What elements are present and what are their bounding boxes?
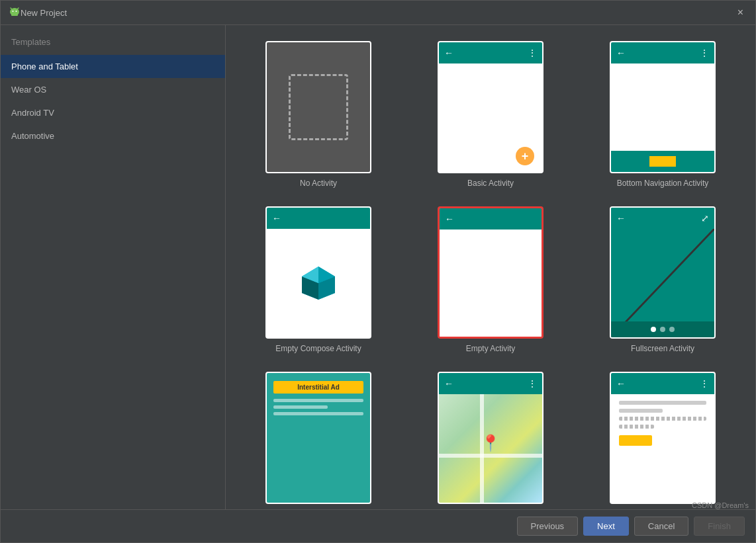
dashed-placeholder — [289, 74, 348, 140]
template-settings[interactable]: ← ⋮ Settings Activit — [583, 369, 742, 509]
no-activity-preview — [265, 41, 371, 173]
template-google-maps[interactable]: ← ⋮ 📍 Google M — [411, 369, 570, 509]
fullscreen-expand-icon: ⤢ — [701, 213, 709, 224]
settings-line — [619, 401, 706, 405]
settings-dots-line — [619, 425, 654, 429]
compose-back-icon: ← — [272, 213, 281, 224]
template-no-activity[interactable]: No Activity — [239, 38, 398, 190]
new-project-dialog: New Project × Templates Phone and Tablet… — [0, 0, 756, 543]
interstitial-ad-preview: Interstitial Ad — [265, 372, 371, 504]
title-bar: New Project × — [1, 1, 755, 25]
fullscreen-preview: ← ⤢ — [610, 206, 716, 339]
previous-button[interactable]: Previous — [517, 517, 579, 536]
dialog-footer: Previous Next Cancel Finish — [1, 509, 755, 542]
google-maps-preview: ← ⋮ 📍 — [438, 372, 543, 504]
template-empty-activity[interactable]: ← Empty Activity — [411, 204, 570, 356]
svg-point-2 — [13, 11, 14, 12]
bottom-nav-label: Bottom Navigation Activity — [617, 179, 709, 188]
dot-indicator — [660, 327, 665, 332]
back-arrow-icon2: ← — [616, 48, 626, 58]
settings-line — [619, 409, 663, 413]
interstitial-line — [273, 399, 363, 402]
back-arrow-icon4: ← — [444, 378, 453, 389]
fullscreen-back-icon: ← — [616, 213, 626, 224]
basic-activity-label: Basic Activity — [467, 179, 514, 188]
templates-grid-area: No Activity ← ⋮ + — [226, 25, 755, 509]
empty-compose-label: Empty Compose Activity — [275, 344, 361, 353]
bottom-nav-preview: ← ⋮ — [610, 41, 716, 173]
sidebar-header: Templates — [1, 32, 225, 55]
sidebar-item-automotive[interactable]: Automotive — [1, 124, 225, 147]
svg-line-4 — [11, 8, 12, 9]
compose-logo-icon — [299, 263, 338, 303]
template-interstitial-ad[interactable]: Interstitial Ad Interstitial Ad — [239, 369, 398, 509]
close-button[interactable]: × — [733, 6, 747, 19]
back-arrow-icon: ← — [444, 48, 453, 58]
settings-yellow-button — [619, 435, 652, 446]
finish-button: Finish — [694, 517, 745, 536]
sidebar-item-phone-tablet[interactable]: Phone and Tablet — [1, 55, 225, 78]
template-basic-activity[interactable]: ← ⋮ + Basic Activity — [411, 38, 570, 190]
basic-activity-preview: ← ⋮ + — [438, 41, 543, 173]
cancel-button[interactable]: Cancel — [634, 517, 688, 536]
template-fullscreen[interactable]: ← ⤢ — [583, 204, 742, 356]
sidebar: Templates Phone and Tablet Wear OS Andro… — [1, 25, 226, 509]
back-arrow-icon3: ← — [445, 214, 454, 224]
menu-dots-icon2: ⋮ — [700, 48, 709, 58]
empty-compose-preview: ← — [265, 206, 371, 339]
sidebar-item-android-tv[interactable]: Android TV — [1, 101, 225, 124]
svg-point-3 — [16, 11, 17, 12]
menu-dots-icon: ⋮ — [528, 48, 537, 58]
settings-preview: ← ⋮ — [610, 372, 716, 504]
empty-activity-label: Empty Activity — [466, 344, 516, 353]
fab-icon: + — [516, 147, 534, 165]
dot-indicator — [651, 327, 656, 332]
template-bottom-nav[interactable]: ← ⋮ Bottom Navigation Activity — [583, 38, 742, 190]
map-road-h — [439, 454, 542, 458]
sidebar-item-wear-os[interactable]: Wear OS — [1, 78, 225, 101]
interstitial-line — [273, 412, 363, 415]
settings-dots-line — [619, 417, 706, 421]
content-area: Templates Phone and Tablet Wear OS Andro… — [1, 25, 755, 509]
bottom-nav-item — [649, 156, 676, 167]
interstitial-line — [273, 405, 328, 409]
svg-rect-1 — [11, 11, 18, 16]
map-pin-icon: 📍 — [481, 434, 500, 452]
menu-dots-icon5: ⋮ — [700, 378, 709, 389]
dialog-title: New Project — [21, 8, 733, 18]
back-arrow-icon5: ← — [616, 378, 626, 389]
templates-grid: No Activity ← ⋮ + — [239, 38, 742, 509]
interstitial-ad-button: Interstitial Ad — [273, 381, 363, 394]
svg-line-5 — [17, 8, 19, 9]
dot-indicator — [669, 327, 675, 332]
android-icon — [9, 7, 21, 19]
next-button[interactable]: Next — [583, 517, 629, 536]
watermark-text: CSDN @Dream's — [692, 501, 749, 509]
fullscreen-label: Fullscreen Activity — [631, 344, 694, 353]
menu-dots-icon4: ⋮ — [528, 378, 537, 389]
template-empty-compose[interactable]: ← — [239, 204, 398, 356]
no-activity-label: No Activity — [300, 179, 337, 188]
empty-activity-preview: ← — [438, 206, 543, 339]
